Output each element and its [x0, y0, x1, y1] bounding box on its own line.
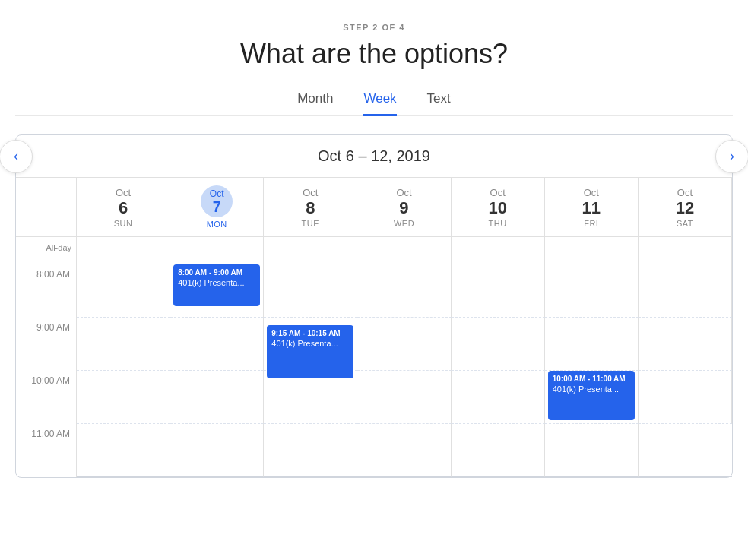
time-cell-10am-sun [77, 371, 170, 424]
step-label: STEP 2 OF 4 [15, 23, 733, 32]
time-cell-9am-wed [357, 318, 451, 371]
event-401k-mon[interactable]: 8:00 AM - 9:00 AM 401(k) Presenta... [173, 264, 260, 306]
time-cell-10am-mon [170, 371, 264, 424]
time-cell-9am-tue: 9:15 AM - 10:15 AM 401(k) Presenta... [264, 318, 357, 371]
chevron-left-icon: ‹ [14, 148, 18, 164]
calendar-nav: ‹ Oct 6 – 12, 2019 › [16, 135, 732, 178]
time-cell-10am-fri: 10:00 AM - 11:00 AM 401(k) Presenta... [545, 371, 639, 424]
day-header-thu: Oct 10 THU [452, 178, 545, 237]
tab-week[interactable]: Week [363, 91, 396, 116]
time-cell-9am-sat [639, 318, 732, 371]
day-header-sat: Oct 12 SAT [639, 178, 732, 237]
tab-month[interactable]: Month [297, 91, 333, 116]
day-header-tue: Oct 8 TUE [264, 178, 357, 237]
tabs-bar: Month Week Text [15, 91, 733, 116]
time-cell-9am-sun [77, 318, 170, 371]
time-cell-11am-mon [170, 424, 264, 477]
tab-text[interactable]: Text [427, 91, 451, 116]
time-cell-11am-fri [545, 424, 639, 477]
allday-cell-0 [77, 237, 170, 264]
time-header-spacer [16, 178, 77, 237]
time-cell-9am-fri [545, 318, 639, 371]
time-cell-11am-sat [639, 424, 732, 477]
calendar-grid: Oct 6 SUN Oct 7 MON Oct 8 TUE Oct 9 WED [16, 178, 732, 477]
calendar-title: Oct 6 – 12, 2019 [318, 147, 430, 165]
allday-cell-3 [357, 237, 451, 264]
time-cell-8am-thu [452, 264, 545, 318]
event-401k-tue[interactable]: 9:15 AM - 10:15 AM 401(k) Presenta... [267, 325, 353, 378]
allday-cell-5 [545, 237, 639, 264]
time-cell-11am-sun [77, 424, 170, 477]
page-title: What are the options? [15, 38, 733, 70]
time-cell-8am-tue [264, 264, 357, 318]
time-label-11am: 11:00 AM [16, 424, 77, 477]
day-header-fri: Oct 11 FRI [545, 178, 639, 237]
time-cell-10am-wed [357, 371, 451, 424]
time-cell-11am-thu [452, 424, 545, 477]
page-wrapper: STEP 2 OF 4 What are the options? Month … [0, 0, 748, 493]
time-cell-8am-mon: 8:00 AM - 9:00 AM 401(k) Presenta... [170, 264, 264, 318]
allday-cell-2 [264, 237, 357, 264]
time-cell-10am-thu [452, 371, 545, 424]
calendar-container: ‹ Oct 6 – 12, 2019 › Oct 6 SUN Oct 7 MON [15, 134, 733, 478]
event-401k-fri[interactable]: 10:00 AM - 11:00 AM 401(k) Presenta... [548, 371, 635, 420]
time-cell-9am-mon [170, 318, 264, 371]
chevron-right-icon: › [730, 148, 734, 164]
time-label-10am: 10:00 AM [16, 371, 77, 424]
next-button[interactable]: › [715, 140, 748, 173]
allday-cell-1 [170, 237, 264, 264]
time-cell-8am-wed [357, 264, 451, 318]
time-cell-9am-thu [452, 318, 545, 371]
time-cell-8am-sat [639, 264, 732, 318]
prev-button[interactable]: ‹ [0, 140, 33, 173]
day-header-wed: Oct 9 WED [357, 178, 451, 237]
time-cell-10am-tue [264, 371, 357, 424]
time-cell-10am-sat [639, 371, 732, 424]
time-cell-11am-wed [357, 424, 451, 477]
time-cell-11am-tue [264, 424, 357, 477]
time-label-8am: 8:00 AM [16, 264, 77, 318]
time-cell-8am-fri [545, 264, 639, 318]
time-cell-8am-sun [77, 264, 170, 318]
allday-cell-4 [452, 237, 545, 264]
allday-label: All-day [16, 237, 77, 264]
time-label-9am: 9:00 AM [16, 318, 77, 371]
day-header-sun: Oct 6 SUN [77, 178, 170, 237]
allday-cell-6 [639, 237, 732, 264]
day-header-mon: Oct 7 MON [170, 178, 264, 237]
